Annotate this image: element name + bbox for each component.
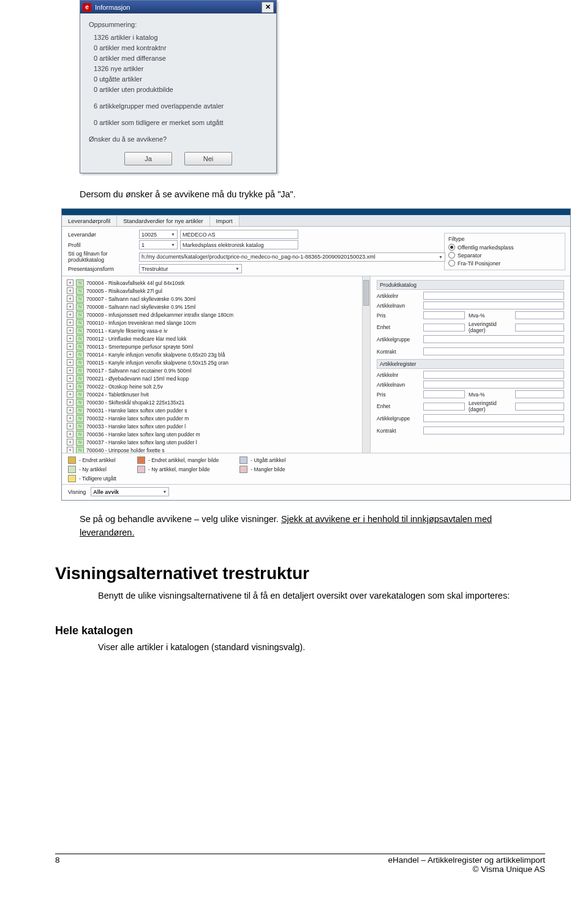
scrollbar-thumb[interactable] <box>363 280 369 306</box>
tree-item-label: 700033 - Hanske latex softex uten pudder… <box>86 423 186 430</box>
leverandor-name-field[interactable]: MEDECO AS <box>180 230 298 239</box>
tree-expand-icon[interactable]: + <box>67 295 74 302</box>
artikkelnr-field-2[interactable] <box>423 371 564 379</box>
body-paragraph: Se på og behandle avvikene – velg ulike … <box>80 513 521 539</box>
tree-item[interactable]: +N700022 - Otoskop heine solt 2,5v <box>67 382 370 390</box>
tree-expand-icon[interactable]: + <box>67 399 74 406</box>
artikkelnavn-label: Artikkelnavn <box>377 382 420 388</box>
tree-item[interactable]: +N700030 - Skifteskål shopak12 225x135x2… <box>67 398 370 406</box>
tree-expand-icon[interactable]: + <box>67 287 74 294</box>
page-number: 8 <box>55 855 60 865</box>
tab-standardverdier[interactable]: Standardverdier for nye artikler <box>117 215 209 226</box>
tree-item[interactable]: +N700033 - Hanske latex softex uten pudd… <box>67 422 370 430</box>
tree-item[interactable]: +N700017 - Saltvann nacl ecotainer 0.9% … <box>67 366 370 374</box>
radio-label: Fra-Til Posisjoner <box>458 260 500 267</box>
no-button[interactable]: Nei <box>184 152 232 165</box>
tree-expand-icon[interactable]: + <box>67 447 74 453</box>
status-badge-new: N <box>76 351 84 358</box>
status-badge-new: N <box>76 407 84 414</box>
profil-id-select[interactable]: 1 <box>139 240 178 249</box>
yes-button[interactable]: Ja <box>124 152 172 165</box>
tree-expand-icon[interactable]: + <box>67 423 74 430</box>
pris-field[interactable] <box>423 311 465 319</box>
tree-item[interactable]: +N700012 - Urinflaske medicare klar med … <box>67 335 370 343</box>
tree-expand-icon[interactable]: + <box>67 439 74 445</box>
legend-text: - Tidligere utgått <box>79 475 116 482</box>
tree-expand-icon[interactable]: + <box>67 431 74 438</box>
legend-text: - Ny artikkel <box>79 466 107 472</box>
dialog-buttons: Ja Nei <box>80 148 276 173</box>
tree-item[interactable]: +N700032 - Hanske latex softex uten pudd… <box>67 414 370 422</box>
tab-bar: Leverandørprofil Standardverdier for nye… <box>62 215 570 227</box>
leveringstid-field[interactable] <box>515 324 564 331</box>
radio-separator[interactable] <box>448 252 455 259</box>
leverandor-id-select[interactable]: 10025 <box>139 230 178 239</box>
mva-field[interactable] <box>515 311 564 319</box>
mva-field-2[interactable] <box>515 390 564 398</box>
tree-expand-icon[interactable]: + <box>67 319 74 326</box>
radio-fratil[interactable] <box>448 260 455 267</box>
tree-item[interactable]: +N700021 - Øyebadevann nacl 15ml med kop… <box>67 374 370 382</box>
artikkelnavn-label: Artikkelnavn <box>377 303 420 309</box>
radio-label: Separator <box>458 252 482 259</box>
artikkelnavn-field-2[interactable] <box>423 381 564 388</box>
profil-name-field[interactable]: Markedsplass elektronisk katalog <box>180 240 298 249</box>
kontrakt-field[interactable] <box>423 347 564 355</box>
pris-label: Pris <box>377 392 420 398</box>
tree-item[interactable]: +N700040 - Urinpose holder fixette s <box>67 446 370 453</box>
tree-item[interactable]: +N700005 - Risikoavfallsekk 27l gul <box>67 287 370 295</box>
radio-offentlig[interactable] <box>448 244 455 251</box>
pris-label: Pris <box>377 313 420 319</box>
artikkelgruppe-field-2[interactable] <box>423 414 564 422</box>
tree-item[interactable]: +N700031 - Hanske latex softex uten pudd… <box>67 406 370 414</box>
summary-line: 1326 nye artikler <box>94 64 268 74</box>
tree-expand-icon[interactable]: + <box>67 383 74 390</box>
tree-expand-icon[interactable]: + <box>67 391 74 398</box>
tree-scrollbar[interactable] <box>362 276 370 453</box>
tree-item[interactable]: +N700011 - Kanyle fiksering vasa-e iv <box>67 327 370 335</box>
tree-item[interactable]: +N700013 - Smertepumpe perfusor sprøyte … <box>67 343 370 350</box>
artikkelgruppe-label: Artikkelgruppe <box>377 415 420 422</box>
pris-field-2[interactable] <box>423 390 465 398</box>
tree-expand-icon[interactable]: + <box>67 351 74 358</box>
tree-item[interactable]: +N700009 - Infusjonssett med dråpekammer… <box>67 311 370 319</box>
tree-expand-icon[interactable]: + <box>67 335 74 342</box>
artikkelnr-field[interactable] <box>423 292 564 300</box>
tree-item[interactable]: +N700015 - Kanyle infusjon venofix skalp… <box>67 358 370 366</box>
presentasjon-select[interactable]: Trestruktur <box>139 264 242 273</box>
legend-text: - Mangler bilde <box>251 466 285 472</box>
sti-field[interactable]: h:/my documents/kataloger/productprice-n… <box>139 252 445 262</box>
tree-expand-icon[interactable]: + <box>67 367 74 374</box>
mva-label: Mva-% <box>469 313 511 319</box>
artikkelnavn-field[interactable] <box>423 301 564 309</box>
tree-item[interactable]: +N700010 - Infusjon treveiskran med slan… <box>67 319 370 327</box>
previous-line: 0 artikler som tidligere er merket som u… <box>94 118 268 128</box>
tree-expand-icon[interactable]: + <box>67 303 74 310</box>
tree-item[interactable]: +N700037 - Hanske latex softex lang uten… <box>67 438 370 446</box>
tree-expand-icon[interactable]: + <box>67 375 74 382</box>
tree-item[interactable]: +N700024 - Tablettknuser hvit <box>67 390 370 398</box>
tree-expand-icon[interactable]: + <box>67 407 74 414</box>
tree-item[interactable]: +N700014 - Kanyle infusjon venofix skalp… <box>67 350 370 358</box>
tree-item[interactable]: +N700008 - Saltvann nacl skyllevæske 0.9… <box>67 303 370 311</box>
kontrakt-field-2[interactable] <box>423 426 564 434</box>
tree-expand-icon[interactable]: + <box>67 343 74 350</box>
tree-expand-icon[interactable]: + <box>67 327 74 334</box>
tree-item[interactable]: +N700004 - Risikoavfallsekk 44l gul 84x1… <box>67 279 370 287</box>
tree-expand-icon[interactable]: + <box>67 359 74 366</box>
tree-item-label: 700011 - Kanyle fiksering vasa-e iv <box>86 328 167 334</box>
tree-expand-icon[interactable]: + <box>67 415 74 422</box>
leveringstid-field-2[interactable] <box>515 403 564 411</box>
tree-expand-icon[interactable]: + <box>67 279 74 286</box>
legend-swatch-ny-bilde <box>137 466 145 473</box>
tree-item[interactable]: +N700007 - Saltvann nacl skyllevæske 0.9… <box>67 295 370 303</box>
artikkelgruppe-field[interactable] <box>423 335 564 343</box>
visning-select[interactable]: Alle avvik <box>91 487 169 496</box>
tab-leverandorprofil[interactable]: Leverandørprofil <box>62 215 117 226</box>
tree-item[interactable]: +N700036 - Hanske latex softex lang uten… <box>67 430 370 438</box>
close-button[interactable]: ✕ <box>262 2 274 13</box>
enhet-field[interactable] <box>423 324 465 331</box>
tab-import[interactable]: Import <box>210 215 239 226</box>
enhet-field-2[interactable] <box>423 403 465 411</box>
tree-expand-icon[interactable]: + <box>67 311 74 318</box>
